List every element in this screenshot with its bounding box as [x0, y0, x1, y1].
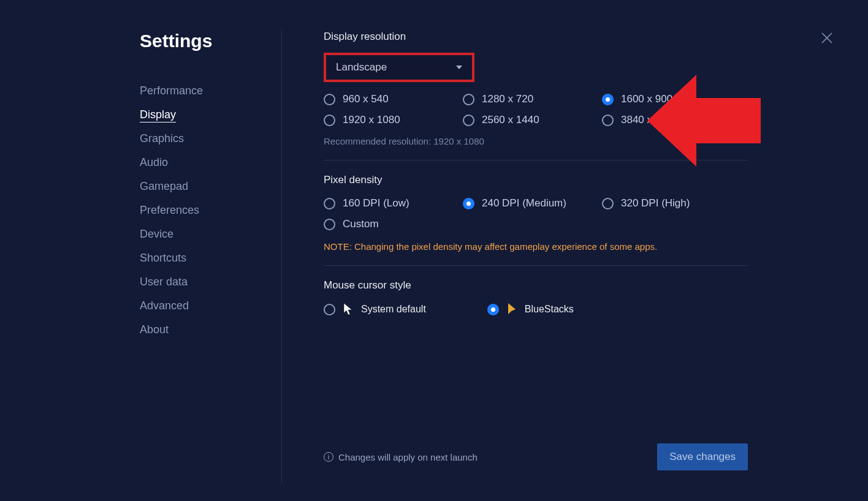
cursor-bluestacks-icon [506, 303, 517, 316]
sidebar-item-shortcuts[interactable]: Shortcuts [140, 246, 269, 270]
radio-icon [324, 94, 335, 105]
radio-icon [324, 115, 335, 126]
dpi-320[interactable]: 320 DPI (High) [602, 197, 741, 209]
radio-icon [324, 304, 335, 315]
sidebar-item-audio[interactable]: Audio [140, 151, 269, 175]
sidebar-item-device[interactable]: Device [140, 222, 269, 246]
cursor-system-default[interactable]: System default [324, 303, 426, 316]
divider [324, 160, 748, 160]
radio-icon [602, 198, 614, 209]
resolution-1280x720[interactable]: 1280 x 720 [463, 93, 602, 105]
save-button[interactable]: Save changes [657, 443, 748, 470]
resolution-option-label: 3840 x 2160 [621, 114, 679, 126]
chevron-down-icon [456, 66, 462, 69]
close-button[interactable] [820, 31, 834, 45]
sidebar-item-gamepad[interactable]: Gamepad [140, 175, 269, 198]
dpi-label: Pixel density [324, 174, 748, 186]
resolution-option-label: 1600 x 900 [621, 93, 672, 105]
sidebar-item-display[interactable]: Display [140, 103, 269, 127]
radio-icon [487, 304, 499, 315]
resolution-1920x1080[interactable]: 1920 x 1080 [324, 114, 463, 126]
footer-note-text: Changes will apply on next launch [338, 452, 478, 462]
radio-icon [463, 198, 474, 209]
footer: i Changes will apply on next launch Save… [324, 443, 748, 483]
dpi-option-label: 160 DPI (Low) [343, 197, 409, 209]
cursor-label: Mouse cursor style [324, 279, 748, 292]
cursor-options: System default BlueStacks [324, 303, 748, 316]
sidebar-item-user-data[interactable]: User data [140, 270, 269, 294]
resolution-3840x2160[interactable]: 3840 x 2160 [602, 114, 741, 126]
footer-note: i Changes will apply on next launch [324, 452, 478, 462]
sidebar-item-graphics[interactable]: Graphics [140, 127, 269, 151]
sidebar-item-advanced[interactable]: Advanced [140, 294, 269, 318]
dpi-option-label: 240 DPI (Medium) [482, 197, 566, 209]
cursor-option-label: System default [361, 304, 426, 315]
orientation-dropdown[interactable]: Landscape [324, 53, 474, 82]
resolution-960x540[interactable]: 960 x 540 [324, 93, 463, 105]
dpi-options: 160 DPI (Low) 240 DPI (Medium) 320 DPI (… [324, 197, 748, 230]
orientation-selected: Landscape [336, 61, 387, 73]
radio-icon [324, 219, 335, 230]
radio-icon [602, 94, 614, 105]
dpi-option-label: Custom [343, 218, 379, 230]
cursor-bluestacks[interactable]: BlueStacks [487, 303, 574, 316]
radio-icon [463, 94, 474, 105]
dpi-custom[interactable]: Custom [324, 218, 463, 230]
resolution-options: 960 x 540 1280 x 720 1600 x 900 1920 x 1… [324, 93, 748, 126]
settings-panel: Settings Performance Display Graphics Au… [0, 0, 868, 501]
radio-icon [324, 198, 335, 209]
dpi-note: NOTE: Changing the pixel density may aff… [324, 241, 748, 252]
resolution-option-label: 960 x 540 [343, 93, 389, 105]
radio-icon [463, 115, 474, 126]
sidebar-item-performance[interactable]: Performance [140, 79, 269, 103]
dpi-160[interactable]: 160 DPI (Low) [324, 197, 463, 209]
info-icon: i [324, 452, 333, 462]
nav-list: Performance Display Graphics Audio Gamep… [140, 79, 269, 342]
page-title: Settings [140, 31, 269, 51]
sidebar: Settings Performance Display Graphics Au… [140, 31, 282, 483]
resolution-1600x900[interactable]: 1600 x 900 [602, 93, 741, 105]
resolution-label: Display resolution [324, 31, 748, 43]
cursor-default-icon [343, 303, 354, 316]
radio-icon [602, 115, 614, 126]
cursor-option-label: BlueStacks [525, 304, 574, 315]
dpi-option-label: 320 DPI (High) [621, 197, 690, 209]
resolution-option-label: 1280 x 720 [482, 93, 533, 105]
content: Display resolution Landscape 960 x 540 1… [306, 31, 748, 483]
sidebar-item-about[interactable]: About [140, 318, 269, 342]
resolution-option-label: 1920 x 1080 [343, 114, 400, 126]
dpi-240[interactable]: 240 DPI (Medium) [463, 197, 602, 209]
sidebar-item-preferences[interactable]: Preferences [140, 198, 269, 222]
divider [324, 265, 748, 266]
close-icon [820, 31, 834, 45]
recommended-hint: Recommended resolution: 1920 x 1080 [324, 136, 748, 146]
resolution-2560x1440[interactable]: 2560 x 1440 [463, 114, 602, 126]
resolution-option-label: 2560 x 1440 [482, 114, 539, 126]
